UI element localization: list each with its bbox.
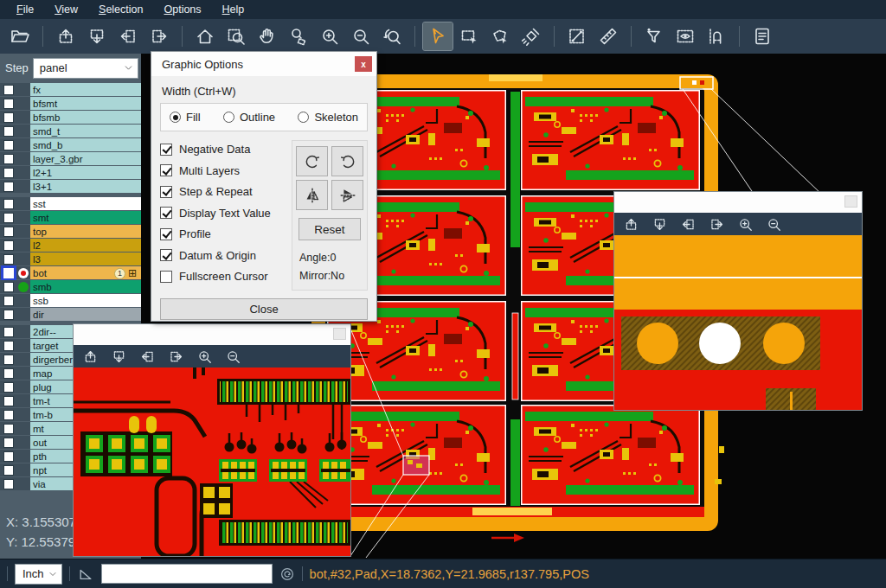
dialog-title-bar[interactable]: Graphic Options x: [151, 52, 376, 76]
display-option-checkbox-row[interactable]: Display Text Value: [160, 207, 285, 220]
report-button[interactable]: [748, 22, 777, 50]
layer-visibility-checkbox[interactable]: [0, 294, 17, 307]
width-mode-radio[interactable]: Outline: [223, 111, 275, 124]
zoom-selection-button[interactable]: [284, 22, 313, 50]
move-view-down-button[interactable]: [82, 22, 112, 50]
zoom-detail-view[interactable]: [614, 235, 862, 410]
window-tool-icon[interactable]: [680, 216, 697, 233]
zoom-previous-button[interactable]: [377, 22, 407, 50]
layer-row[interactable]: bfsmb: [0, 111, 141, 124]
menu-item[interactable]: Help: [213, 2, 254, 18]
layer-visibility-checkbox[interactable]: [0, 477, 17, 490]
window-title-bar[interactable]: [614, 192, 862, 213]
layer-row[interactable]: bot1⊞: [0, 266, 141, 279]
layer-visibility-checkbox[interactable]: [0, 325, 17, 338]
layer-visibility-checkbox[interactable]: [0, 125, 17, 137]
checkbox[interactable]: [160, 164, 172, 176]
display-option-checkbox-row[interactable]: Profile: [160, 227, 285, 240]
sync-icon[interactable]: [279, 566, 295, 582]
layer-visibility-checkbox[interactable]: [0, 111, 17, 124]
width-mode-radio[interactable]: Fill: [170, 111, 201, 124]
layer-row[interactable]: l2+1: [0, 166, 141, 179]
layer-visibility-checkbox[interactable]: [0, 367, 17, 380]
width-mode-radio[interactable]: Skeleton: [298, 111, 358, 124]
layer-row[interactable]: l2: [0, 239, 141, 252]
layer-row[interactable]: smb: [0, 280, 141, 293]
display-option-checkbox-row[interactable]: Fullscreen Cursor: [160, 270, 285, 283]
checkbox[interactable]: [160, 271, 172, 283]
measure-distance-button[interactable]: [562, 22, 592, 50]
zoom-out-button[interactable]: [346, 22, 376, 50]
layer-row[interactable]: layer_3.gbr: [0, 152, 141, 165]
clear-highlight-button[interactable]: [517, 22, 546, 50]
layer-row[interactable]: sst: [0, 197, 141, 210]
layer-visibility-checkbox[interactable]: [0, 211, 17, 224]
layer-visibility-checkbox[interactable]: [0, 408, 17, 421]
radio-circle[interactable]: [223, 112, 234, 123]
layer-visibility-checkbox[interactable]: [0, 225, 17, 238]
layer-visibility-checkbox[interactable]: [0, 308, 17, 321]
reset-button[interactable]: Reset: [299, 218, 361, 240]
rotate-ccw-button[interactable]: [331, 146, 363, 176]
checkbox[interactable]: [160, 228, 172, 240]
layer-row[interactable]: l3: [0, 252, 141, 265]
checkbox[interactable]: [160, 207, 172, 219]
home-view-button[interactable]: [190, 22, 220, 50]
close-button[interactable]: Close: [160, 298, 368, 320]
layer-visibility-checkbox[interactable]: [0, 239, 17, 252]
unit-select[interactable]: Inch: [15, 564, 62, 585]
window-button[interactable]: [333, 328, 346, 340]
layer-visibility-checkbox[interactable]: [0, 97, 17, 110]
layer-visibility-checkbox[interactable]: [0, 166, 17, 179]
display-option-checkbox-row[interactable]: Multi Layers: [160, 164, 285, 177]
layer-row[interactable]: ssb: [0, 294, 141, 307]
menu-item[interactable]: View: [45, 2, 87, 18]
layer-visibility-checkbox[interactable]: [0, 83, 17, 96]
measure-ruler-button[interactable]: [594, 22, 623, 50]
window-tool-icon[interactable]: [225, 348, 241, 365]
layer-row[interactable]: smd_t: [0, 125, 141, 137]
layer-row[interactable]: smd_b: [0, 138, 141, 151]
layer-visibility-checkbox[interactable]: [0, 138, 17, 151]
command-input[interactable]: [101, 564, 273, 584]
layer-row[interactable]: l3+1: [0, 180, 141, 193]
layer-visibility-checkbox[interactable]: [0, 436, 17, 449]
layer-visibility-checkbox[interactable]: [0, 280, 17, 293]
window-tool-icon[interactable]: [196, 348, 213, 365]
layer-row[interactable]: smt: [0, 211, 141, 224]
flip-vertical-button[interactable]: [331, 180, 363, 210]
layer-visibility-checkbox[interactable]: [0, 152, 17, 165]
zoom-in-button[interactable]: [315, 22, 344, 50]
angle-measure-icon[interactable]: [77, 566, 94, 583]
window-tool-icon[interactable]: [652, 216, 668, 233]
dialog-close-button[interactable]: x: [355, 56, 372, 72]
window-tool-icon[interactable]: [709, 216, 725, 233]
select-cursor-button[interactable]: [423, 22, 453, 50]
radio-circle[interactable]: [170, 112, 181, 123]
open-file-button[interactable]: [5, 22, 35, 50]
menu-item[interactable]: File: [7, 2, 43, 18]
display-option-checkbox-row[interactable]: Negative Data: [160, 143, 285, 156]
layer-visibility-checkbox[interactable]: [0, 353, 17, 366]
move-view-right-button[interactable]: [144, 22, 174, 50]
select-polygon-button[interactable]: [485, 22, 515, 50]
layer-visibility-checkbox[interactable]: [0, 180, 17, 193]
layer-visibility-checkbox[interactable]: [0, 252, 17, 265]
zoom-window-button[interactable]: [222, 22, 251, 50]
window-tool-icon[interactable]: [737, 216, 754, 233]
layer-visibility-checkbox[interactable]: [0, 266, 17, 279]
view-options-button[interactable]: [671, 22, 700, 50]
window-tool-icon[interactable]: [111, 348, 127, 365]
step-select[interactable]: panel: [33, 58, 138, 79]
display-option-checkbox-row[interactable]: Step & Repeat: [160, 185, 285, 198]
layer-visibility-checkbox[interactable]: [0, 422, 17, 435]
checkbox[interactable]: [160, 249, 172, 261]
checkbox[interactable]: [160, 144, 172, 156]
pan-hand-button[interactable]: [253, 22, 282, 50]
layer-visibility-checkbox[interactable]: [0, 463, 17, 476]
layer-row[interactable]: dir: [0, 308, 141, 321]
layer-row[interactable]: bfsmt: [0, 97, 141, 110]
layer-visibility-checkbox[interactable]: [0, 197, 17, 210]
rotate-cw-button[interactable]: [296, 146, 328, 176]
checkbox[interactable]: [160, 186, 172, 198]
